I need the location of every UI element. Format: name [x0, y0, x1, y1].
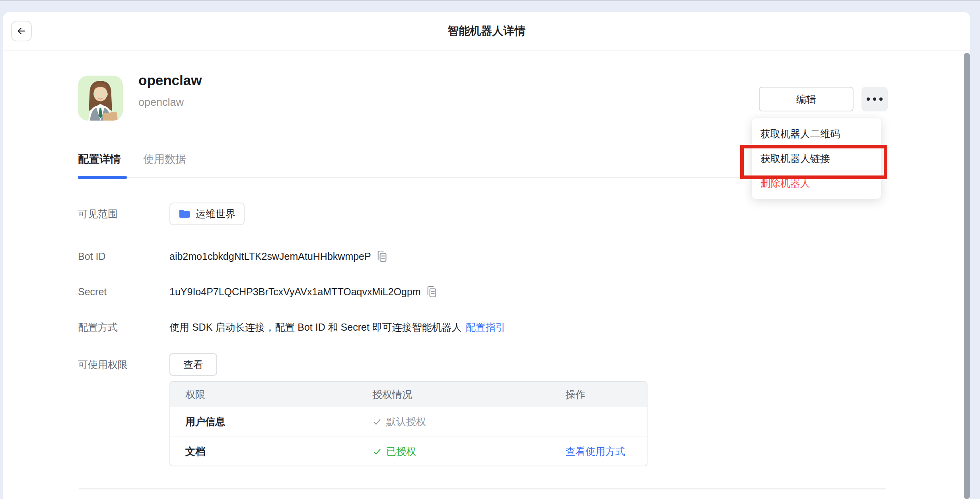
config-method-text: 使用 SDK 启动长连接，配置 Bot ID 和 Secret 即可连接智能机器…: [169, 321, 462, 334]
permission-status: 已授权: [386, 445, 416, 458]
page-header: 智能机器人详情: [3, 12, 970, 51]
check-icon: [372, 447, 382, 456]
field-label: Bot ID: [78, 251, 169, 262]
folder-icon: [179, 209, 191, 219]
table-row-user-info: 用户信息 默认授权: [170, 407, 647, 437]
column-header-status: 授权情况: [372, 388, 566, 401]
edit-button[interactable]: 编辑: [759, 87, 854, 111]
visibility-scope-chip[interactable]: 运维世界: [169, 203, 245, 225]
permission-name: 文档: [170, 445, 372, 458]
column-header-action: 操作: [566, 388, 647, 401]
column-header-permission: 权限: [170, 388, 372, 401]
field-label: Secret: [78, 286, 169, 298]
more-dots-icon: [867, 97, 870, 101]
bot-id-value: aib2mo1cbkdgNtLTK2swJemAtuHHbkwmpeP: [169, 251, 371, 262]
permission-name: 用户信息: [170, 415, 372, 428]
active-tab-underline: [78, 176, 127, 179]
tab-config-details[interactable]: 配置详情: [78, 152, 121, 177]
check-icon: [372, 417, 382, 427]
section-divider: [79, 488, 886, 489]
copy-bot-id-button[interactable]: [376, 250, 388, 263]
config-guide-link[interactable]: 配置指引: [466, 321, 506, 334]
visibility-scope-name: 运维世界: [196, 207, 235, 220]
field-row-permissions: 可使用权限 查看: [78, 353, 217, 376]
bot-name: openclaw: [138, 72, 202, 88]
menu-item-delete-bot[interactable]: 删除机器人: [752, 171, 881, 195]
bot-description: openclaw: [138, 96, 184, 109]
tab-bar: 配置详情 使用数据: [78, 152, 186, 177]
more-actions-menu: 获取机器人二维码 获取机器人链接 删除机器人: [752, 118, 881, 199]
field-row-visibility: 可见范围 运维世界: [78, 202, 245, 225]
bot-avatar: [78, 76, 123, 121]
permission-table: 权限 授权情况 操作 用户信息 默认授权 文档 已授权 查看使用方式: [169, 381, 648, 466]
tab-usage-data[interactable]: 使用数据: [143, 152, 186, 177]
menu-item-get-qrcode[interactable]: 获取机器人二维码: [752, 121, 881, 146]
more-actions-button[interactable]: [861, 87, 888, 111]
field-row-config-method: 配置方式 使用 SDK 启动长连接，配置 Bot ID 和 Secret 即可连…: [78, 319, 506, 335]
field-label: 可使用权限: [78, 358, 169, 371]
field-label: 可见范围: [78, 207, 169, 220]
field-label: 配置方式: [78, 321, 169, 334]
vertical-scrollbar-thumb[interactable]: [964, 53, 970, 499]
table-row-docs: 文档 已授权 查看使用方式: [170, 437, 647, 466]
view-permissions-button[interactable]: 查看: [169, 353, 217, 376]
menu-item-get-link[interactable]: 获取机器人链接: [752, 146, 881, 171]
view-usage-link[interactable]: 查看使用方式: [566, 446, 625, 457]
permission-status: 默认授权: [386, 415, 426, 428]
page-title: 智能机器人详情: [3, 12, 970, 50]
permission-table-header: 权限 授权情况 操作: [170, 382, 647, 407]
copy-secret-button[interactable]: [426, 285, 438, 298]
field-row-bot-id: Bot ID aib2mo1cbkdgNtLTK2swJemAtuHHbkwmp…: [78, 248, 388, 264]
field-row-secret: Secret 1uY9Io4P7LQCHP3BrTcxVyAVx1aMTTOaq…: [78, 284, 438, 300]
bot-detail-card: 智能机器人详情 openclaw openclaw 编辑 配置详情 使用数据: [3, 12, 970, 499]
secret-value: 1uY9Io4P7LQCHP3BrTcxVyAVx1aMTTOaqvxMiL2O…: [169, 286, 421, 298]
